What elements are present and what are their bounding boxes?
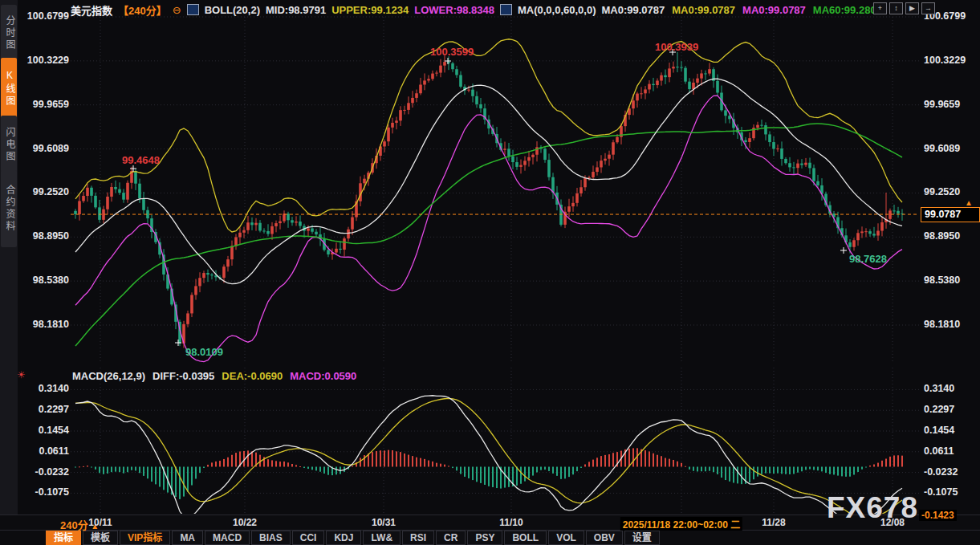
dock-right-icon[interactable]: →	[921, 2, 935, 14]
toolbar-item-6[interactable]: BIAS	[251, 531, 291, 545]
main-axis-label-left-4: 99.6089	[19, 143, 69, 154]
symbol-name: 美元指数	[71, 2, 112, 18]
main-axis-label-right-6: 98.8950	[924, 230, 960, 242]
price-annotations: 99.4648100.3599100.393998.010998.7628	[122, 41, 887, 358]
ma-indicator-icon[interactable]	[500, 4, 512, 15]
toolbar-item-13[interactable]: BOLL	[504, 531, 547, 545]
app-window: 99.4648100.3599100.393998.010998.7628 分时…	[0, 0, 980, 545]
sidebar-tab-4[interactable]: 合约资料	[1, 170, 17, 247]
ma-value-3: MA0:99.0787	[742, 4, 806, 16]
annotation-low: 98.7628	[849, 253, 887, 265]
crosshair-date-label: 2025/11/18 22:00~02:00 二	[620, 517, 742, 531]
toolbar-item-2[interactable]: 模板	[83, 531, 118, 545]
macd-diff-value: DIFF:-0.0395	[152, 370, 214, 382]
date-label-1: 10/11	[88, 517, 112, 528]
gridlines	[71, 17, 919, 514]
annotation-high: 99.4648	[122, 154, 160, 166]
left-sidebar: 分时图K线图闪电图合约资料	[0, 0, 18, 514]
chart-tool-buttons: +↕▶→	[873, 2, 935, 14]
macd-current-tag: -0.1423	[919, 510, 957, 521]
ma-name: MA(0,0,0,60,0,0)	[518, 4, 596, 16]
date-label-6: 11/28	[762, 517, 785, 528]
extreme-marker-icon	[840, 247, 847, 254]
toolbar-item-15[interactable]: OBV	[586, 531, 623, 545]
chart-canvas[interactable]: 99.4648100.3599100.393998.010998.7628	[0, 0, 980, 545]
main-axis-label-left-3: 99.9659	[19, 99, 69, 110]
ma-value-1: MA0:99.0787	[602, 4, 665, 16]
annotation-high: 100.3599	[430, 46, 474, 58]
macd-axis-label-left-1: 0.3140	[19, 383, 69, 394]
date-label-4: 11/10	[499, 517, 523, 528]
main-axis-label-left-5: 99.2520	[19, 186, 69, 197]
toolbar-item-7[interactable]: CCI	[292, 531, 325, 545]
main-axis-label-left-2: 100.3229	[19, 55, 69, 66]
main-axis-label-right-5: 99.2520	[924, 186, 960, 197]
toolbar-item-12[interactable]: PSY	[467, 531, 502, 545]
period-text: 240分	[60, 519, 88, 531]
boll-mid-value: MID:98.9791	[266, 4, 326, 16]
macd-macd-value: MACD:0.0590	[290, 370, 356, 382]
toolbar-item-11[interactable]: CR	[436, 531, 466, 545]
macd-axis-label-left-5: -0.0232	[19, 466, 69, 478]
macd-axis-label-right-4: 0.0611	[924, 445, 954, 457]
annotation-high: 100.3939	[655, 41, 698, 53]
main-axis-label-left-7: 98.5380	[19, 275, 69, 286]
toolbar-item-9[interactable]: LW&	[363, 531, 401, 545]
toolbar-item-16[interactable]: 设置	[624, 531, 660, 545]
main-axis-label-right-3: 99.9659	[924, 99, 960, 110]
macd-axis-label-right-3: 0.1454	[924, 425, 954, 436]
ma-values: MA0:99.0787MA0:99.0787MA0:99.0787MA60:99…	[602, 4, 882, 16]
macd-axis-label-right-2: 0.2297	[924, 404, 954, 415]
macd-axis-label-right-5: -0.0232	[924, 466, 958, 478]
macd-header: MACD(26,12,9) DIFF:-0.0395 DEA:-0.0690 M…	[72, 370, 356, 382]
toolbar-item-8[interactable]: KDJ	[326, 531, 361, 545]
boll-name: BOLL(20,2)	[205, 4, 260, 16]
toolbar-item-1[interactable]: 指标	[46, 531, 81, 545]
macd-axis-label-left-6: -0.1075	[19, 486, 69, 498]
macd-name: MACD(26,12,9)	[72, 370, 145, 382]
date-label-3: 10/31	[372, 517, 396, 528]
main-axis-label-right-2: 100.3229	[924, 55, 966, 66]
ma-value-2: MA0:99.0787	[672, 4, 735, 16]
toolbar-item-5[interactable]: MACD	[205, 531, 250, 545]
macd-dea-value: DEA:-0.0690	[222, 370, 283, 382]
main-axis-label-right-7: 98.5380	[924, 275, 960, 286]
macd-panel[interactable]	[75, 396, 903, 524]
macd-collapse-icon[interactable]: ☀	[17, 369, 26, 380]
macd-axis-label-right-6: -0.1075	[924, 486, 958, 498]
indicator-toolbar: 指标模板VIP指标MAMACDBIASCCIKDJLW&RSICRPSYBOLL…	[0, 530, 980, 545]
current-price-tag: 99.0787	[921, 207, 980, 222]
macd-axis-label-right-1: 0.3140	[924, 383, 954, 394]
price-up-arrow-icon: ▲	[965, 198, 973, 207]
macd-axis-label-left-2: 0.2297	[19, 404, 69, 415]
ma-value-4: MA60:99.2804	[813, 4, 882, 16]
toolbar-item-10[interactable]: RSI	[402, 531, 434, 545]
boll-upper-value: UPPER:99.1234	[331, 4, 409, 16]
toolbar-item-14[interactable]: VOL	[548, 531, 584, 545]
main-axis-label-left-6: 98.8950	[19, 230, 69, 242]
sidebar-tab-2[interactable]: K线图	[1, 58, 17, 119]
annotation-low: 98.0109	[185, 346, 223, 358]
main-axis-label-left-1: 100.6799	[19, 10, 69, 22]
auto-scale-icon[interactable]: ↕	[889, 2, 903, 14]
main-axis-label-right-4: 99.6089	[924, 143, 960, 154]
main-axis-label-right-8: 98.1810	[924, 319, 960, 330]
boll-indicator-icon[interactable]	[187, 4, 199, 15]
playback-icon[interactable]: ▶	[905, 2, 919, 14]
macd-axis-label-left-4: 0.0611	[19, 445, 69, 457]
toolbar-item-3[interactable]: VIP指标	[120, 531, 170, 545]
collapse-symbol-icon[interactable]: ⊖	[173, 4, 181, 16]
boll-lower-value: LOWER:98.8348	[414, 4, 494, 16]
sidebar-tab-3[interactable]: 闪电图	[1, 116, 17, 173]
pan-icon[interactable]: +	[873, 2, 887, 14]
main-axis-label-left-8: 98.1810	[19, 319, 69, 330]
sidebar-tab-1[interactable]: 分时图	[1, 5, 17, 61]
date-label-2: 10/22	[233, 517, 257, 528]
candlestick-chart[interactable]	[74, 39, 904, 362]
toolbar-item-4[interactable]: MA	[172, 531, 203, 545]
indicator-header: 美元指数 【240分】 ⊖ BOLL(20,2) MID:98.9791 UPP…	[71, 2, 882, 18]
macd-axis-label-left-3: 0.1454	[19, 425, 69, 436]
watermark: FX678	[827, 491, 918, 525]
period-label: 【240分】	[118, 2, 167, 18]
